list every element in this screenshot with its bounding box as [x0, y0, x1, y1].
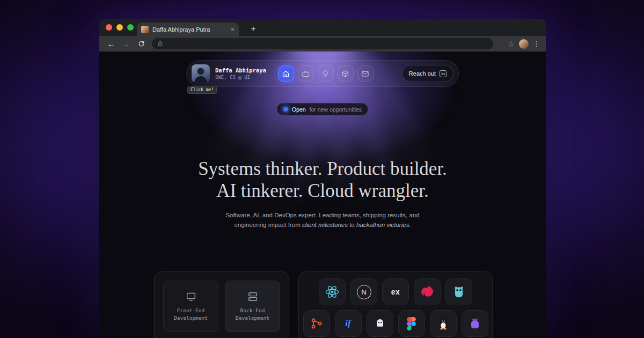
- frontend-tile[interactable]: Front-End Development: [163, 281, 218, 332]
- package-icon: [341, 70, 349, 78]
- tab-close-icon[interactable]: ×: [230, 26, 235, 33]
- purple-jar-icon[interactable]: [462, 310, 488, 337]
- hero-title: Systems thinker. Product builder.AI tink…: [99, 158, 546, 202]
- browser-profile-avatar[interactable]: [519, 39, 529, 49]
- hero-subtitle: Software, AI, and DevOps expert. Leading…: [221, 210, 425, 230]
- ghost-mascot-icon[interactable]: [367, 310, 393, 337]
- linux-tux-icon[interactable]: [430, 310, 457, 337]
- mail-icon: [361, 70, 369, 78]
- if-icon[interactable]: if: [335, 310, 362, 337]
- backend-tile[interactable]: Back-End Development: [225, 281, 280, 332]
- status-badge: Open for new opportunities: [277, 103, 368, 115]
- identity-block: Daffa Abhipraya SWE, CS @ UI: [215, 67, 266, 80]
- reach-out-label: Reach out: [409, 70, 436, 77]
- tech-row-2: if: [303, 310, 488, 337]
- status-dot-icon: [283, 107, 288, 112]
- profile-name: Daffa Abhipraya: [215, 67, 266, 74]
- tab-favicon-icon: [141, 26, 149, 33]
- linkedin-icon: in: [440, 70, 447, 77]
- nav-ideas-button[interactable]: [318, 65, 334, 82]
- zoom-window-button[interactable]: [127, 24, 134, 31]
- nav-projects-button[interactable]: [338, 65, 354, 82]
- browser-menu-icon[interactable]: ⋮: [533, 40, 540, 48]
- backend-label: Back-End Development: [236, 307, 269, 322]
- tab-title: Daffa Abhipraya Putra: [152, 26, 226, 33]
- reload-button[interactable]: [135, 38, 148, 50]
- minimize-window-button[interactable]: [116, 24, 123, 31]
- nestjs-icon[interactable]: [414, 278, 441, 305]
- hero-line1: Systems thinker. Product builder.: [198, 158, 447, 179]
- briefcase-icon: [302, 70, 310, 78]
- home-icon: [282, 70, 290, 78]
- nav-icon-group: [278, 65, 374, 82]
- gopher-icon[interactable]: [445, 278, 472, 305]
- nav-contact-button[interactable]: [357, 65, 374, 82]
- desktop-background: Daffa Abhipraya Putra × + ← → ☆ ⋮: [0, 0, 644, 338]
- reach-out-button[interactable]: Reach out in: [402, 65, 453, 82]
- avatar-tooltip: Click me!: [187, 86, 217, 94]
- status-highlight: Open: [292, 106, 306, 113]
- nav-home-button[interactable]: [278, 65, 294, 82]
- address-bar[interactable]: [152, 38, 493, 49]
- forward-button[interactable]: →: [120, 38, 133, 50]
- monitor-icon: [185, 291, 197, 303]
- server-icon: [247, 291, 259, 303]
- browser-tab[interactable]: Daffa Abhipraya Putra ×: [137, 23, 239, 36]
- react-icon[interactable]: [319, 278, 346, 305]
- profile-photo[interactable]: Click me!: [192, 64, 210, 83]
- site-navbar: Click me! Daffa Abhipraya SWE, CS @ UI: [186, 60, 459, 87]
- tech-stack-card: N ex if: [298, 271, 493, 338]
- lightbulb-icon: [321, 70, 330, 78]
- profile-role: SWE, CS @ UI: [215, 75, 266, 80]
- toolbar-right: ☆ ⋮: [508, 39, 540, 49]
- git-icon[interactable]: [303, 310, 330, 337]
- status-text: for new opportunities: [310, 106, 362, 113]
- browser-window: Daffa Abhipraya Putra × + ← → ☆ ⋮: [99, 19, 546, 338]
- bookmark-star-icon[interactable]: ☆: [508, 40, 515, 48]
- lock-icon[interactable]: [157, 41, 163, 47]
- frontend-label: Front-End Development: [174, 307, 208, 322]
- skills-card: Front-End Development Back-End Developme…: [154, 271, 289, 338]
- nav-work-button[interactable]: [298, 65, 314, 82]
- nextjs-icon[interactable]: N: [350, 278, 377, 305]
- close-window-button[interactable]: [106, 24, 112, 31]
- hero-line2: AI tinkerer. Cloud wrangler.: [216, 180, 429, 201]
- browser-toolbar: ← → ☆ ⋮: [99, 36, 546, 52]
- avatar-image: [192, 64, 210, 83]
- tech-row-1: N ex: [303, 278, 488, 305]
- express-icon[interactable]: ex: [382, 278, 409, 305]
- page-viewport: Click me! Daffa Abhipraya SWE, CS @ UI: [99, 52, 546, 338]
- back-button[interactable]: ←: [105, 38, 118, 50]
- window-controls: [106, 24, 134, 31]
- new-tab-button[interactable]: +: [247, 23, 259, 35]
- figma-icon[interactable]: [398, 310, 425, 337]
- tab-strip: Daffa Abhipraya Putra × +: [99, 19, 546, 36]
